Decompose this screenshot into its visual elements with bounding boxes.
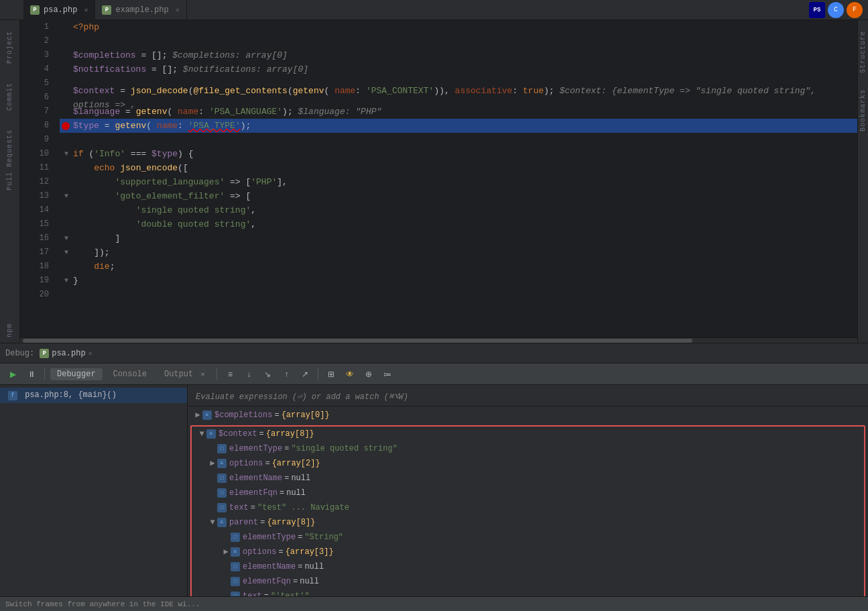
code-line-14: 'single quoted string', [60,203,857,217]
var-parent-options[interactable]: ▶ ≡ options = {array[3]} [192,545,864,559]
p-options-name: options [243,546,276,558]
text-val: "test" ... Navigate [257,502,349,514]
parent-name: parent [229,516,258,529]
fold-17[interactable]: ▼ [64,245,68,260]
code-lines: <?php $completions = []; $completions: a… [57,20,857,337]
var-parent-elementname[interactable]: ▶ □ elementName = null [192,559,864,574]
debug-pause-btn[interactable]: ⏸ [24,367,39,382]
var-elementtype[interactable]: ▶ □ elementType = "single quoted string" [192,441,864,456]
code-content: 12345 678910 1112131415 1617181920 <?php [20,20,857,337]
gutter-10: ▼ [60,147,73,161]
sidebar-item-npm[interactable]: npm [6,318,13,343]
options-expand[interactable]: ▶ [208,459,217,468]
var-parent-text[interactable]: ▶ □ text = "'test'" [192,589,864,596]
fold-10[interactable]: ▼ [64,147,68,161]
code-line-7: $language = getenv( name: 'PSA_LANGUAGE'… [60,105,857,119]
p-elementtype-val: "String" [304,531,343,543]
var-completions[interactable]: ▶ ≡ $completions = {array[0]} [188,408,868,423]
p-elementtype-type: □ [231,533,240,542]
context-name: $context [219,428,257,440]
p-elementname-name: elementName [243,561,296,573]
phpstorm-icon[interactable]: PS [809,2,825,18]
debug-step-over-btn[interactable]: ↓ [241,367,256,382]
var-parent[interactable]: ▼ ≡ parent = {array[8]} [192,515,864,530]
code-line-6: $context = json_decode(@file_get_content… [60,91,857,105]
gutter-16: ▼ [60,231,73,245]
h-scrollbar[interactable] [20,337,857,343]
tab-psa-label: psa.php [44,5,77,15]
left-sidebar: Project Commit Pull Requests npm [0,20,20,343]
var-elementname[interactable]: ▶ □ elementName = null [192,471,864,486]
parent-expand[interactable]: ▼ [208,518,217,527]
debug-evaluate-btn[interactable]: ⊕ [361,367,376,382]
frame-item-main[interactable]: f psa.php:8, {main}() [0,388,187,403]
fold-19[interactable]: ▼ [64,274,68,288]
code-line-2 [60,34,857,48]
output-close[interactable]: ✕ [200,371,204,378]
line-13-text: 'goto_element_filter' => [ [73,189,857,203]
debug-step-into-btn[interactable]: ↘ [260,367,275,382]
fold-13[interactable]: ▼ [64,189,68,203]
elementtype-type: □ [217,444,227,453]
p-elementfqn-eq: = [293,575,298,588]
line-14-text: 'single quoted string', [73,203,857,217]
p-elementname-eq: = [298,561,302,573]
firefox-icon[interactable]: F [847,2,863,18]
tab-example[interactable]: P example.php ✕ [95,0,186,20]
p-options-expand[interactable]: ▶ [221,547,231,557]
debug-run-to-cursor-btn[interactable]: ↗ [298,367,312,382]
code-line-4: $notifications = []; $notifications: arr… [60,62,857,76]
sidebar-item-structure[interactable]: Structure [859,25,867,78]
code-line-12: 'supported_languages' => ['PHP'], [60,175,857,189]
debug-frames-btn[interactable]: ≡ [223,367,237,382]
var-context[interactable]: ▼ ≡ $context = {array[8]} [192,427,864,441]
debug-header: Debug: P psa.php ✕ [0,343,868,364]
elementname-val: null [291,472,310,484]
context-val: {array[8]} [266,428,314,440]
code-line-13: ▼ 'goto_element_filter' => [ [60,189,857,203]
tab-psa-close[interactable]: ✕ [84,6,88,14]
sidebar-item-pull[interactable]: Pull Requests [6,124,13,196]
context-expand[interactable]: ▼ [197,429,206,439]
debug-table-btn[interactable]: ⊞ [324,367,338,382]
p-elementname-type: □ [231,562,240,571]
debug-step-out-btn[interactable]: ↑ [279,367,294,382]
line-11-text: echo json_encode([ [73,161,857,175]
completions-expand[interactable]: ▶ [193,410,202,420]
toolbar-sep-2 [216,368,217,380]
options-name: options [229,457,263,469]
chrome-icon[interactable]: C [828,2,844,18]
debug-play-btn[interactable]: ▶ [5,367,20,382]
code-line-20 [60,288,857,302]
parent-val: {array[8]} [267,516,315,529]
debug-mute-btn[interactable]: ≔ [380,367,395,382]
debug-file-icon: P [40,349,49,358]
var-elementfqn[interactable]: ▶ □ elementFqn = null [192,486,864,500]
tab-bar: P psa.php ✕ P example.php ✕ PS C F [0,0,868,20]
sidebar-item-bookmarks[interactable]: Bookmarks [859,84,867,137]
elementfqn-name: elementFqn [229,487,277,499]
debug-frames: f psa.php:8, {main}() [0,385,188,596]
var-parent-elementfqn[interactable]: ▶ □ elementFqn = null [192,574,864,589]
debug-tab-console[interactable]: Console [107,368,153,380]
var-text[interactable]: ▶ □ text = "test" ... Navigate [192,500,864,515]
text-type: □ [217,503,227,512]
p-options-val: {array[3]} [286,546,334,558]
completions-eq: = [274,409,279,421]
code-line-9 [60,133,857,147]
debug-tab-debugger[interactable]: Debugger [50,368,103,380]
fold-16[interactable]: ▼ [64,231,68,245]
breakpoint-8[interactable] [62,122,70,130]
sidebar-item-commit[interactable]: Commit [6,77,13,116]
php-icon-2: P [102,5,111,15]
debug-tab-output[interactable]: Output ✕ [158,368,211,380]
tab-example-close[interactable]: ✕ [176,6,180,14]
tab-psa[interactable]: P psa.php ✕ [23,0,95,20]
debug-watch-btn[interactable]: 👁 [343,367,357,382]
p-text-val: "'test'" [271,590,310,596]
var-options[interactable]: ▶ ≡ options = {array[2]} [192,456,864,471]
debug-file-close[interactable]: ✕ [88,349,92,357]
debug-file-tab[interactable]: P psa.php ✕ [40,349,92,358]
sidebar-item-project[interactable]: Project [6,25,13,69]
var-parent-elementtype[interactable]: ▶ □ elementType = "String" [192,530,864,545]
